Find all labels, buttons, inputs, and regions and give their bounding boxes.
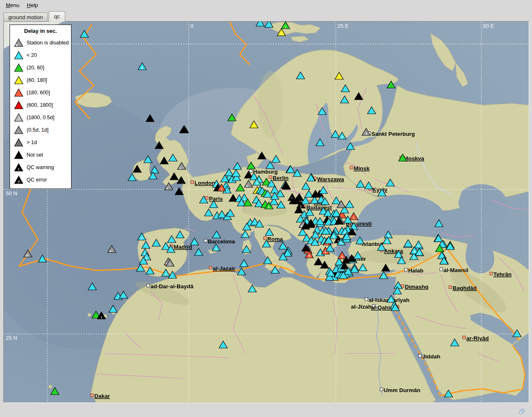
city-label: Hamburg	[253, 169, 278, 175]
qc-warning-symbol: !	[383, 275, 384, 279]
city-square	[91, 394, 94, 397]
legend-triangle-icon: ?	[13, 175, 24, 185]
qc-warning-symbol: !	[27, 253, 29, 258]
city-label: Kyyiv	[372, 186, 388, 193]
legend-triangle-icon	[13, 50, 24, 60]
legend-item-label: (180, 600]	[27, 90, 50, 96]
qc-warning-symbol: !	[244, 263, 245, 267]
city-square	[209, 266, 212, 269]
city-label: Tehrân	[493, 271, 512, 277]
tab-ground-motion[interactable]: ground motion	[3, 12, 48, 22]
city-label: Roma	[267, 236, 283, 242]
city-label: London	[195, 180, 215, 186]
qc-warning-symbol: !	[165, 272, 167, 277]
menu-item-menu[interactable]: Menu	[2, 1, 23, 9]
qc-warning-symbol: !	[170, 262, 171, 267]
legend-item: ?QC error	[10, 174, 71, 186]
svg-text:?: ?	[17, 180, 20, 184]
qc-error-symbol: ?	[362, 267, 364, 271]
legend-item-label: (20, 60]	[27, 65, 44, 71]
qc-warning-symbol: !	[268, 205, 270, 209]
qc-warning-symbol: !	[244, 197, 245, 201]
city-square	[147, 284, 150, 287]
city-square	[350, 166, 353, 169]
city-marker: al-Jazair	[209, 265, 236, 272]
city-label: al-Jîzah	[351, 304, 372, 310]
city-label: Halab	[408, 267, 424, 274]
qc-warning-symbol: !	[401, 260, 402, 264]
city-label: Umm Durmân	[384, 387, 421, 393]
qc-warning-symbol: !	[391, 299, 392, 303]
legend-item-label: QC error	[27, 177, 47, 183]
grid-label: 25 N	[6, 335, 17, 341]
legend-item-label: < 20	[27, 52, 37, 58]
qc-warning-symbol: !	[300, 204, 302, 208]
legend-item: (0.5d, 1d]	[10, 124, 71, 136]
qc-error-symbol: ?	[341, 255, 343, 259]
qc-error-symbol: ?	[413, 250, 416, 254]
legend-item-label: (60, 180]	[27, 77, 47, 83]
legend-item: (20, 60]	[10, 61, 71, 74]
legend-item-label: > 1d	[27, 140, 37, 145]
city-label: Madrid	[174, 244, 192, 250]
qc-error-symbol: ?	[244, 234, 246, 238]
city-label: al-Mawsil	[443, 267, 468, 273]
grid-label: 0	[190, 23, 193, 29]
city-square	[404, 268, 407, 271]
tab-bar: ground motionqc	[3, 12, 66, 22]
legend-item: (600, 1800]	[10, 99, 71, 111]
tab-qc[interactable]: qc	[49, 11, 65, 22]
legend-triangle-icon	[13, 113, 24, 123]
qc-error-symbol: ?	[417, 244, 420, 248]
city-label: ad-Dar-al-Baydâ	[150, 283, 194, 289]
legend-item-label: Station is disabled	[27, 40, 69, 46]
qc-warning-symbol: !	[353, 216, 355, 220]
city-square	[205, 196, 208, 199]
legend-triangle-icon	[13, 75, 24, 85]
legend-triangle-icon	[13, 88, 24, 98]
legend-item-label: Not set	[27, 152, 43, 158]
menu-bar: MenuHelp	[0, 0, 532, 10]
city-label: Dimashq	[405, 284, 429, 290]
qc-warning-symbol: !	[216, 247, 217, 251]
legend-item: Not set	[10, 149, 71, 161]
legend-item: xStation is disabled	[10, 37, 71, 49]
city-label: Sankt Peterburg	[372, 131, 415, 137]
legend-triangle-icon	[13, 137, 24, 147]
city-marker: al-Mawsil	[440, 267, 468, 273]
grid-label: 50 N	[6, 190, 17, 196]
map-view[interactable]: 25 W025 E50 E50 N25 N LondonParisMadridB…	[3, 21, 529, 403]
station-disabled-x: x	[179, 166, 181, 170]
svg-text:x: x	[15, 43, 17, 47]
city-square	[463, 336, 466, 339]
legend-item: !QC warning	[10, 161, 71, 174]
qc-warning-symbol: !	[141, 236, 143, 240]
qc-warning-symbol: !	[398, 254, 399, 258]
station-disabled-x: x	[109, 249, 111, 253]
qc-warning-symbol: !	[419, 252, 420, 256]
qc-warning-symbol: !	[101, 315, 102, 319]
delay-legend: Delay in sec. xStation is disabled< 20(2…	[10, 25, 71, 189]
qc-warning-symbol: !	[142, 66, 143, 70]
city-label: Berlin	[273, 175, 288, 181]
qc-error-symbol: ?	[308, 254, 310, 258]
map-canvas[interactable]: 25 W025 E50 E50 N25 N LondonParisMadridB…	[4, 22, 529, 402]
station-disabled-x: x	[246, 184, 248, 188]
menu-item-help[interactable]: Help	[24, 1, 42, 9]
station-disabled-x: x	[166, 186, 168, 190]
city-label: Barcelona	[208, 238, 235, 245]
city-square	[269, 176, 272, 179]
city-square	[380, 388, 383, 391]
city-square	[191, 181, 194, 184]
city-label: ar-Riyâd	[466, 335, 489, 341]
city-label: Paris	[209, 196, 223, 202]
legend-item: (60, 180]	[10, 74, 71, 86]
qc-error-symbol: ?	[340, 241, 342, 245]
qc-warning-symbol: !	[414, 256, 415, 260]
qc-warning-symbol: !	[221, 187, 222, 191]
legend-item: < 20	[10, 49, 71, 61]
city-label: al-Jazair	[213, 265, 236, 272]
grid-label: 50 E	[483, 23, 494, 29]
city-square	[419, 354, 421, 357]
legend-title: Delay in sec.	[10, 28, 71, 34]
